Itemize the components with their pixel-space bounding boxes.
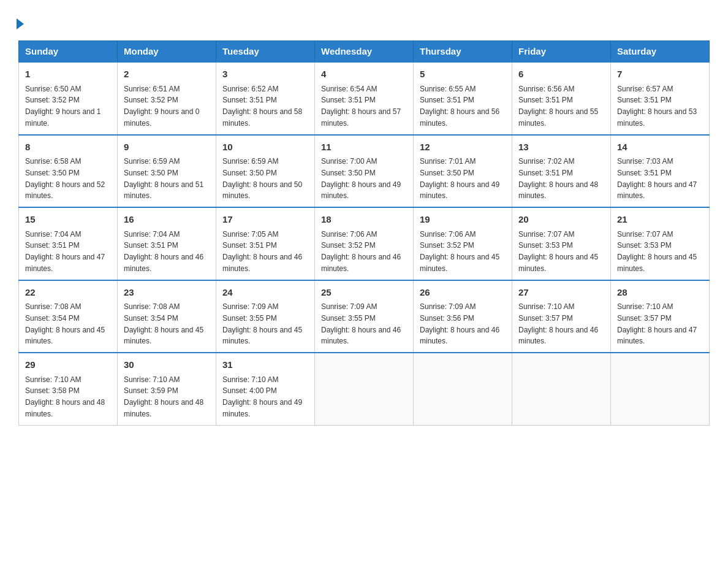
calendar-header-row: SundayMondayTuesdayWednesdayThursdayFrid… — [19, 41, 710, 63]
cell-info: Sunrise: 7:10 AMSunset: 3:58 PMDaylight:… — [25, 375, 105, 418]
day-number: 10 — [222, 140, 308, 155]
day-number: 28 — [617, 286, 703, 300]
calendar-week-row: 15 Sunrise: 7:04 AMSunset: 3:51 PMDaylig… — [19, 207, 710, 280]
day-number: 11 — [321, 140, 407, 155]
cell-info: Sunrise: 6:56 AMSunset: 3:51 PMDaylight:… — [518, 85, 598, 128]
day-number: 25 — [321, 286, 407, 300]
cell-info: Sunrise: 7:04 AMSunset: 3:51 PMDaylight:… — [25, 230, 105, 273]
calendar-cell: 21 Sunrise: 7:07 AMSunset: 3:53 PMDaylig… — [611, 207, 710, 280]
cell-info: Sunrise: 7:07 AMSunset: 3:53 PMDaylight:… — [617, 230, 697, 273]
calendar-week-row: 8 Sunrise: 6:58 AMSunset: 3:50 PMDayligh… — [19, 135, 710, 208]
logo — [18, 18, 24, 28]
day-number: 12 — [420, 140, 506, 155]
calendar-cell: 16 Sunrise: 7:04 AMSunset: 3:51 PMDaylig… — [118, 207, 216, 280]
day-number: 24 — [222, 286, 308, 300]
calendar-cell — [315, 353, 414, 425]
calendar-cell: 6 Sunrise: 6:56 AMSunset: 3:51 PMDayligh… — [512, 62, 611, 135]
cell-info: Sunrise: 7:08 AMSunset: 3:54 PMDaylight:… — [25, 302, 105, 345]
calendar-cell: 1 Sunrise: 6:50 AMSunset: 3:52 PMDayligh… — [19, 62, 118, 135]
logo-arrow-icon — [17, 18, 24, 29]
cell-info: Sunrise: 7:09 AMSunset: 3:55 PMDaylight:… — [321, 302, 401, 345]
day-number: 4 — [321, 67, 407, 82]
cell-info: Sunrise: 7:10 AMSunset: 3:57 PMDaylight:… — [518, 302, 598, 345]
day-number: 15 — [25, 213, 111, 227]
day-number: 6 — [518, 67, 604, 82]
calendar-table: SundayMondayTuesdayWednesdayThursdayFrid… — [18, 40, 710, 426]
day-number: 1 — [25, 67, 111, 82]
calendar-week-row: 29 Sunrise: 7:10 AMSunset: 3:58 PMDaylig… — [19, 353, 710, 425]
column-header-monday: Monday — [118, 41, 216, 63]
cell-info: Sunrise: 7:09 AMSunset: 3:55 PMDaylight:… — [222, 302, 302, 345]
cell-info: Sunrise: 7:00 AMSunset: 3:50 PMDaylight:… — [321, 157, 401, 200]
column-header-friday: Friday — [512, 41, 611, 63]
column-header-thursday: Thursday — [414, 41, 512, 63]
day-number: 17 — [222, 213, 308, 227]
calendar-cell: 13 Sunrise: 7:02 AMSunset: 3:51 PMDaylig… — [512, 135, 611, 208]
cell-info: Sunrise: 7:03 AMSunset: 3:51 PMDaylight:… — [617, 157, 697, 200]
day-number: 19 — [420, 213, 506, 227]
day-number: 18 — [321, 213, 407, 227]
day-number: 30 — [124, 358, 210, 372]
cell-info: Sunrise: 6:54 AMSunset: 3:51 PMDaylight:… — [321, 85, 401, 128]
day-number: 9 — [124, 140, 210, 155]
column-header-saturday: Saturday — [611, 41, 710, 63]
cell-info: Sunrise: 7:01 AMSunset: 3:50 PMDaylight:… — [420, 157, 499, 200]
calendar-cell — [512, 353, 611, 425]
calendar-cell: 9 Sunrise: 6:59 AMSunset: 3:50 PMDayligh… — [118, 135, 216, 208]
day-number: 20 — [518, 213, 604, 227]
day-number: 2 — [124, 67, 210, 82]
cell-info: Sunrise: 6:50 AMSunset: 3:52 PMDaylight:… — [25, 85, 100, 128]
calendar-cell: 19 Sunrise: 7:06 AMSunset: 3:52 PMDaylig… — [414, 207, 512, 280]
cell-info: Sunrise: 7:07 AMSunset: 3:53 PMDaylight:… — [518, 230, 598, 273]
day-number: 31 — [222, 358, 308, 372]
day-number: 14 — [617, 140, 703, 155]
day-number: 3 — [222, 67, 308, 82]
cell-info: Sunrise: 6:59 AMSunset: 3:50 PMDaylight:… — [222, 157, 302, 200]
cell-info: Sunrise: 7:09 AMSunset: 3:56 PMDaylight:… — [420, 302, 499, 345]
calendar-week-row: 1 Sunrise: 6:50 AMSunset: 3:52 PMDayligh… — [19, 62, 710, 135]
cell-info: Sunrise: 6:57 AMSunset: 3:51 PMDaylight:… — [617, 85, 697, 128]
cell-info: Sunrise: 6:58 AMSunset: 3:50 PMDaylight:… — [25, 157, 105, 200]
column-header-tuesday: Tuesday — [216, 41, 315, 63]
calendar-cell — [414, 353, 512, 425]
calendar-cell: 18 Sunrise: 7:06 AMSunset: 3:52 PMDaylig… — [315, 207, 414, 280]
cell-info: Sunrise: 7:10 AMSunset: 3:59 PMDaylight:… — [124, 375, 203, 418]
calendar-cell: 25 Sunrise: 7:09 AMSunset: 3:55 PMDaylig… — [315, 280, 414, 353]
cell-info: Sunrise: 7:10 AMSunset: 3:57 PMDaylight:… — [617, 302, 697, 345]
calendar-cell: 3 Sunrise: 6:52 AMSunset: 3:51 PMDayligh… — [216, 62, 315, 135]
day-number: 13 — [518, 140, 604, 155]
column-header-sunday: Sunday — [19, 41, 118, 63]
calendar-cell: 4 Sunrise: 6:54 AMSunset: 3:51 PMDayligh… — [315, 62, 414, 135]
day-number: 22 — [25, 286, 111, 300]
cell-info: Sunrise: 7:05 AMSunset: 3:51 PMDaylight:… — [222, 230, 302, 273]
calendar-cell: 2 Sunrise: 6:51 AMSunset: 3:52 PMDayligh… — [118, 62, 216, 135]
day-number: 16 — [124, 213, 210, 227]
calendar-cell: 10 Sunrise: 6:59 AMSunset: 3:50 PMDaylig… — [216, 135, 315, 208]
calendar-cell: 5 Sunrise: 6:55 AMSunset: 3:51 PMDayligh… — [414, 62, 512, 135]
calendar-cell: 26 Sunrise: 7:09 AMSunset: 3:56 PMDaylig… — [414, 280, 512, 353]
cell-info: Sunrise: 7:08 AMSunset: 3:54 PMDaylight:… — [124, 302, 203, 345]
cell-info: Sunrise: 6:52 AMSunset: 3:51 PMDaylight:… — [222, 85, 302, 128]
calendar-cell: 8 Sunrise: 6:58 AMSunset: 3:50 PMDayligh… — [19, 135, 118, 208]
calendar-cell: 15 Sunrise: 7:04 AMSunset: 3:51 PMDaylig… — [19, 207, 118, 280]
cell-info: Sunrise: 7:04 AMSunset: 3:51 PMDaylight:… — [124, 230, 203, 273]
day-number: 7 — [617, 67, 703, 82]
cell-info: Sunrise: 6:55 AMSunset: 3:51 PMDaylight:… — [420, 85, 499, 128]
cell-info: Sunrise: 6:51 AMSunset: 3:52 PMDaylight:… — [124, 85, 199, 128]
calendar-cell — [611, 353, 710, 425]
cell-info: Sunrise: 7:02 AMSunset: 3:51 PMDaylight:… — [518, 157, 598, 200]
calendar-cell: 30 Sunrise: 7:10 AMSunset: 3:59 PMDaylig… — [118, 353, 216, 425]
calendar-cell: 24 Sunrise: 7:09 AMSunset: 3:55 PMDaylig… — [216, 280, 315, 353]
calendar-cell: 31 Sunrise: 7:10 AMSunset: 4:00 PMDaylig… — [216, 353, 315, 425]
day-number: 29 — [25, 358, 111, 372]
calendar-cell: 23 Sunrise: 7:08 AMSunset: 3:54 PMDaylig… — [118, 280, 216, 353]
calendar-cell: 20 Sunrise: 7:07 AMSunset: 3:53 PMDaylig… — [512, 207, 611, 280]
calendar-cell: 22 Sunrise: 7:08 AMSunset: 3:54 PMDaylig… — [19, 280, 118, 353]
day-number: 5 — [420, 67, 506, 82]
calendar-cell: 27 Sunrise: 7:10 AMSunset: 3:57 PMDaylig… — [512, 280, 611, 353]
day-number: 23 — [124, 286, 210, 300]
cell-info: Sunrise: 7:06 AMSunset: 3:52 PMDaylight:… — [321, 230, 401, 273]
calendar-cell: 12 Sunrise: 7:01 AMSunset: 3:50 PMDaylig… — [414, 135, 512, 208]
day-number: 27 — [518, 286, 604, 300]
calendar-cell: 17 Sunrise: 7:05 AMSunset: 3:51 PMDaylig… — [216, 207, 315, 280]
